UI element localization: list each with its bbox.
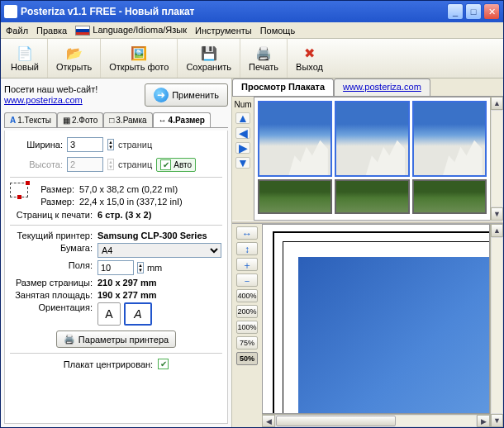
apply-button[interactable]: ➜ Применить xyxy=(145,83,228,107)
thumb-tile[interactable] xyxy=(412,101,487,177)
orient-landscape[interactable]: A xyxy=(124,302,152,326)
margin-input[interactable] xyxy=(97,260,134,275)
tb-open[interactable]: 📂Открыть xyxy=(48,39,101,78)
num-label: Num xyxy=(234,100,251,109)
close-button[interactable]: ✕ xyxy=(483,3,500,20)
apply-arrow-icon: ➜ xyxy=(154,88,169,102)
margin-spinner[interactable]: ▲▼ xyxy=(137,262,144,273)
page-view[interactable] xyxy=(262,224,490,414)
maximize-button[interactable]: □ xyxy=(465,3,482,20)
tb-print[interactable]: 🖨️Печать xyxy=(240,39,288,78)
scroll-up-icon[interactable]: ▲ xyxy=(491,224,503,237)
tab-size[interactable]: ↔4.Размер xyxy=(153,112,211,127)
height-label: Высота: xyxy=(10,159,63,169)
scroll-left-icon[interactable]: ◀ xyxy=(262,415,275,427)
paper-lbl: Бумага: xyxy=(10,243,93,258)
pages-val: 6 стр. (3 x 2) xyxy=(97,210,222,220)
tab-preview[interactable]: Просмотр Плаката xyxy=(232,78,334,96)
menu-help[interactable]: Помощь xyxy=(260,26,296,36)
app-icon xyxy=(4,5,17,18)
dim-cm-val: 57,0 x 38,2 cm (0,22 mI) xyxy=(79,184,183,194)
minimize-button[interactable]: _ xyxy=(447,3,464,20)
tb-exit[interactable]: ✖Выход xyxy=(288,39,331,78)
thumb-tile[interactable] xyxy=(258,101,332,177)
thumbs-vscroll[interactable]: ▲ ▼ xyxy=(490,97,503,221)
height-row: Высота: ▲▼ страниц ✔Авто xyxy=(10,157,222,172)
open-icon: 📂 xyxy=(66,45,83,62)
menu-edit[interactable]: Правка xyxy=(36,26,67,36)
menu-file[interactable]: Файл xyxy=(6,26,28,36)
dim-in-val: 22,4 x 15,0 in (337,12 inI) xyxy=(79,197,183,207)
pages-lbl: Страниц к печати: xyxy=(10,210,93,220)
printer-params-button[interactable]: 🖨️ Параметры принтера xyxy=(56,331,176,348)
zoom-400[interactable]: 400% xyxy=(236,289,258,302)
width-input[interactable] xyxy=(67,137,103,152)
thumb-tile[interactable] xyxy=(258,179,332,214)
zoom-75[interactable]: 75% xyxy=(236,336,258,350)
fit-height-button[interactable]: ↕ xyxy=(236,242,258,255)
used-lbl: Занятая площадь: xyxy=(10,290,93,300)
nav-up-icon[interactable]: ▲ xyxy=(235,112,250,124)
dimensions-icon xyxy=(10,183,28,197)
tb-new[interactable]: 📄Новый xyxy=(2,39,48,78)
left-tabs: A1.Тексты ▦2.Фото □3.Рамка ↔4.Размер xyxy=(4,112,228,128)
scroll-up-icon[interactable]: ▲ xyxy=(491,97,503,110)
thumb-tile[interactable] xyxy=(335,179,409,214)
tb-open-photo[interactable]: 🖼️Открыть фото xyxy=(101,39,178,78)
centered-lbl: Плакат центрирован: xyxy=(64,359,153,369)
width-label: Ширина: xyxy=(10,140,63,150)
scroll-right-icon[interactable]: ▶ xyxy=(477,415,490,427)
save-icon: 💾 xyxy=(201,45,217,62)
nav-left-icon[interactable]: ◀ xyxy=(235,127,250,139)
print-icon: 🖨️ xyxy=(255,45,272,62)
visit-text: Посети наш web-сайт! www.posteriza.com xyxy=(4,84,140,106)
width-spinner[interactable]: ▲▼ xyxy=(107,139,114,150)
exit-icon: ✖ xyxy=(302,45,318,62)
zoom-200[interactable]: 200% xyxy=(236,305,258,318)
orient-portrait[interactable]: A xyxy=(97,302,121,326)
margin-lbl: Поля: xyxy=(10,260,93,275)
titlebar: Posteriza v1.1 FREE - Новый плакат _ □ ✕ xyxy=(1,1,503,22)
poster-thumbnails: Num ▲ ◀ ▶ ▼ ▲ xyxy=(232,97,503,221)
scroll-down-icon[interactable]: ▼ xyxy=(491,207,503,221)
open-photo-icon: 🖼️ xyxy=(131,45,147,62)
tab-frame[interactable]: □3.Рамка xyxy=(103,112,152,127)
page-preview: ↔ ↕ ＋ － 400% 200% 100% 75% 50% xyxy=(232,224,503,427)
nav-down-icon[interactable]: ▼ xyxy=(235,157,250,169)
page-size-val: 210 x 297 mm xyxy=(97,278,222,288)
page-vscroll[interactable]: ▲ ▼ xyxy=(490,224,503,427)
auto-checkbox[interactable]: ✔Авто xyxy=(156,158,196,172)
scroll-down-icon[interactable]: ▼ xyxy=(491,414,503,427)
zoom-50[interactable]: 50% xyxy=(236,352,258,365)
tab-photo[interactable]: ▦2.Фото xyxy=(57,112,103,127)
tab-website[interactable]: www.posteriza.com xyxy=(334,78,430,96)
zoom-out-button[interactable]: － xyxy=(236,273,258,287)
right-panel: Просмотр Плаката www.posteriza.com Num ▲… xyxy=(232,78,503,427)
size-icon: ↔ xyxy=(159,116,167,125)
fit-width-button[interactable]: ↔ xyxy=(236,226,258,240)
zoom-100[interactable]: 100% xyxy=(236,321,258,334)
thumb-tile[interactable] xyxy=(412,179,487,214)
dim-cm-lbl: Размер: xyxy=(35,184,74,194)
paper-select[interactable]: A4 xyxy=(97,243,221,258)
frame-icon: □ xyxy=(109,116,114,125)
nav-right-icon[interactable]: ▶ xyxy=(235,142,250,154)
menu-language[interactable]: Language/Idioma/Язык xyxy=(75,25,187,36)
app-window: Posteriza v1.1 FREE - Новый плакат _ □ ✕… xyxy=(0,0,504,428)
left-panel: Посети наш web-сайт! www.posteriza.com ➜… xyxy=(1,78,232,427)
visit-link[interactable]: www.posteriza.com xyxy=(4,95,83,105)
height-input xyxy=(67,157,103,172)
thumb-tile[interactable] xyxy=(335,101,409,177)
height-spinner: ▲▼ xyxy=(107,159,114,170)
content: Посети наш web-сайт! www.posteriza.com ➜… xyxy=(1,78,503,427)
page-hscroll[interactable]: ◀ ▶ xyxy=(262,414,490,427)
tb-save[interactable]: 💾Сохранить xyxy=(178,39,240,78)
menu-tools[interactable]: Инструменты xyxy=(195,26,252,36)
orient-lbl: Ориентация: xyxy=(10,302,93,326)
centered-checkbox[interactable]: ✔ xyxy=(158,359,169,369)
tab-texts[interactable]: A1.Тексты xyxy=(4,112,57,127)
thumb-nav: Num ▲ ◀ ▶ ▼ xyxy=(232,97,254,221)
zoom-in-button[interactable]: ＋ xyxy=(236,258,258,271)
printer-icon: 🖨️ xyxy=(64,334,75,345)
centered-row: Плакат центрирован: ✔ xyxy=(10,359,222,369)
